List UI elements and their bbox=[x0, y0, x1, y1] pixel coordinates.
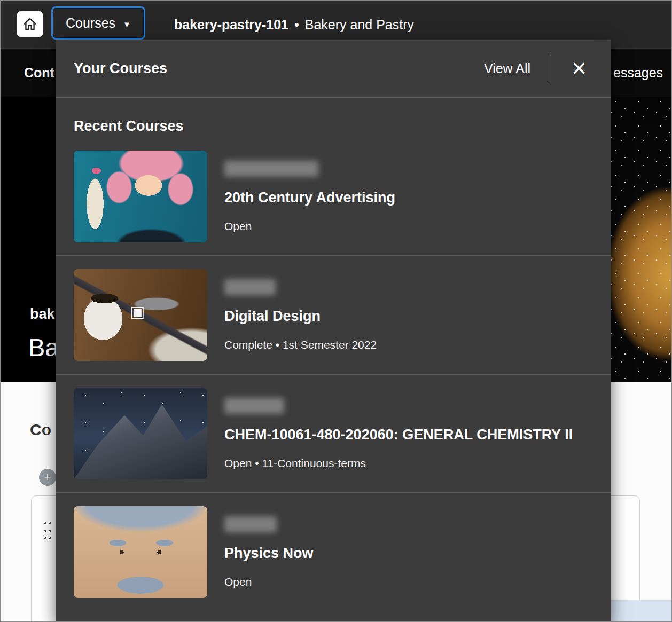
course-info: 20th Century Advertising Open bbox=[224, 161, 395, 233]
course-status: Open bbox=[224, 220, 395, 233]
course-thumbnail-digital-design: ▣ bbox=[74, 269, 207, 361]
course-info: Physics Now Open bbox=[224, 516, 314, 588]
home-button[interactable] bbox=[17, 11, 43, 37]
flyout-header: Your Courses View All ✕ bbox=[56, 40, 611, 98]
chevron-down-icon: ▼ bbox=[123, 20, 131, 28]
breadcrumb-course-name: Bakery and Pastry bbox=[305, 17, 414, 33]
close-button[interactable]: ✕ bbox=[565, 53, 593, 84]
drag-handle-icon[interactable] bbox=[44, 522, 53, 544]
content-heading-partial: Co bbox=[30, 421, 51, 439]
plus-icon: + bbox=[44, 470, 51, 484]
course-status: Complete • 1st Semester 2022 bbox=[224, 338, 377, 351]
course-list: 20th Century Advertising Open ▣ Digital … bbox=[56, 138, 611, 611]
recent-courses-heading: Recent Courses bbox=[74, 118, 593, 135]
course-row-advertising[interactable]: 20th Century Advertising Open bbox=[56, 138, 611, 256]
course-thumbnail-advertising bbox=[74, 151, 207, 242]
flyout-title: Your Courses bbox=[74, 60, 167, 77]
header-divider bbox=[549, 53, 549, 84]
breadcrumb-course-id: bakery-pastry-101 bbox=[174, 17, 288, 33]
course-thumbnail-chemistry bbox=[74, 388, 207, 479]
tab-content-label: Cont bbox=[24, 65, 54, 81]
course-row-physics[interactable]: Physics Now Open bbox=[56, 493, 611, 611]
course-thumbnail-physics bbox=[74, 506, 207, 598]
tab-messages-label: essages bbox=[613, 65, 663, 81]
courses-button-label: Courses bbox=[66, 15, 115, 31]
close-icon: ✕ bbox=[571, 58, 587, 80]
image-placeholder-icon: ▣ bbox=[130, 304, 145, 320]
courses-menu-button[interactable]: Courses ▼ bbox=[51, 6, 145, 40]
course-id-blurred bbox=[224, 516, 277, 532]
course-info: Digital Design Complete • 1st Semester 2… bbox=[224, 279, 377, 351]
view-all-link[interactable]: View All bbox=[484, 61, 530, 76]
tab-messages[interactable]: essages bbox=[613, 49, 663, 97]
tab-content[interactable]: Cont bbox=[24, 49, 54, 97]
course-row-chemistry[interactable]: CHEM-10061-480-202060: GENERAL CHEMISTRY… bbox=[56, 375, 611, 493]
course-id-blurred bbox=[224, 398, 284, 414]
home-icon bbox=[22, 17, 37, 32]
course-title[interactable]: CHEM-10061-480-202060: GENERAL CHEMISTRY… bbox=[224, 427, 573, 443]
course-info: CHEM-10061-480-202060: GENERAL CHEMISTRY… bbox=[224, 398, 573, 470]
courses-flyout-panel: Your Courses View All ✕ Recent Courses 2… bbox=[56, 40, 611, 622]
course-title[interactable]: 20th Century Advertising bbox=[224, 190, 395, 206]
course-status: Open bbox=[224, 576, 314, 588]
add-content-button[interactable]: + bbox=[39, 469, 56, 486]
course-id-blurred bbox=[224, 161, 318, 177]
banner-pastry-image bbox=[608, 97, 671, 382]
breadcrumb-separator: • bbox=[294, 17, 299, 33]
banner-course-id-partial: bak bbox=[30, 306, 55, 322]
banner-course-name-partial: Ba bbox=[28, 333, 59, 362]
course-row-digital-design[interactable]: ▣ Digital Design Complete • 1st Semester… bbox=[56, 256, 611, 375]
course-title[interactable]: Digital Design bbox=[224, 308, 377, 325]
course-title[interactable]: Physics Now bbox=[224, 545, 314, 562]
course-status: Open • 11-Continuous-terms bbox=[224, 457, 573, 470]
background-panel bbox=[611, 600, 672, 622]
page: Co + bak Ba Cont essages Courses bbox=[0, 0, 672, 622]
course-id-blurred bbox=[224, 279, 276, 295]
